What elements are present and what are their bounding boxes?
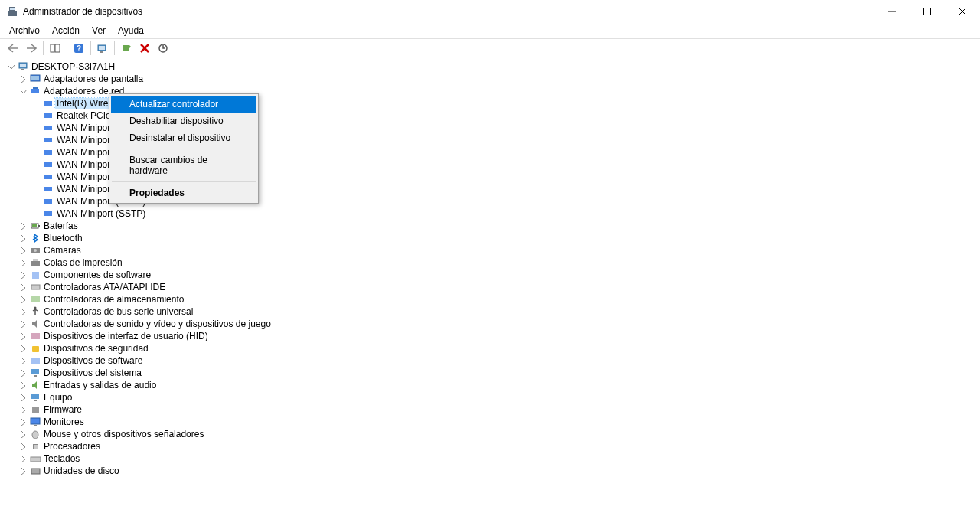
expand-icon[interactable]: [18, 429, 28, 439]
expand-icon[interactable]: [18, 393, 28, 403]
toolbar-forward-button[interactable]: [23, 40, 40, 57]
storage-icon: [30, 293, 42, 305]
svg-rect-22: [31, 76, 39, 80]
tree-category-usb[interactable]: Controladoras de bus serie universal: [18, 305, 974, 318]
tree-category-print-queues[interactable]: Colas de impresión: [18, 256, 974, 269]
tree-label: Controladoras de sonido y vídeo y dispos…: [42, 318, 273, 329]
network-device-icon: [43, 134, 55, 146]
collapse-icon[interactable]: [6, 62, 16, 72]
tree-category-software-components[interactable]: Componentes de software: [18, 269, 974, 281]
expand-icon[interactable]: [18, 380, 28, 390]
keyboard-icon: [30, 452, 42, 465]
tree-category-sound[interactable]: Controladoras de sonido y vídeo y dispos…: [18, 318, 974, 330]
audio-io-icon: [30, 379, 42, 391]
expand-icon[interactable]: [18, 282, 28, 292]
context-menu-properties[interactable]: Propiedades: [111, 185, 256, 201]
toolbar-back-button[interactable]: [5, 40, 21, 57]
tree-category-audio-io[interactable]: Entradas y salidas de audio: [18, 379, 974, 391]
menu-file[interactable]: Archivo: [3, 24, 46, 38]
svg-rect-59: [31, 457, 41, 462]
context-menu-update-driver[interactable]: Actualizar controlador: [111, 96, 256, 113]
toolbar-show-hide-button[interactable]: [47, 40, 64, 57]
toolbar-disable-button[interactable]: [136, 40, 153, 57]
expand-icon[interactable]: [18, 356, 28, 366]
tree-category-system[interactable]: Dispositivos del sistema: [18, 367, 974, 379]
menu-help[interactable]: Ayuda: [112, 24, 150, 38]
expand-icon[interactable]: [18, 319, 28, 329]
network-device-icon: [43, 158, 55, 171]
menu-action[interactable]: Acción: [46, 24, 86, 38]
tree-category-hid[interactable]: Dispositivos de interfaz de usuario (HID…: [18, 330, 974, 342]
svg-rect-2: [10, 8, 15, 10]
tree-category-display-adapters[interactable]: Adaptadores de pantalla: [18, 73, 974, 85]
context-menu-disable-device[interactable]: Deshabilitar dispositivo: [111, 113, 256, 129]
menu-bar: Archivo Acción Ver Ayuda: [0, 23, 980, 39]
expand-icon[interactable]: [18, 258, 28, 268]
tree-category-firmware[interactable]: Firmware: [18, 403, 974, 416]
expand-icon[interactable]: [18, 344, 28, 354]
minimize-button[interactable]: [874, 0, 910, 23]
expand-icon[interactable]: [18, 368, 28, 378]
svg-rect-54: [31, 418, 40, 424]
system-device-icon: [30, 367, 42, 379]
toolbar-separator: [114, 41, 115, 55]
svg-rect-28: [44, 138, 52, 142]
expand-icon[interactable]: [18, 295, 28, 305]
tree-label: Unidades de disco: [42, 465, 121, 476]
context-menu-uninstall-device[interactable]: Desinstalar el dispositivo: [111, 129, 256, 146]
svg-rect-36: [38, 225, 40, 227]
cpu-icon: [30, 440, 42, 452]
menu-view[interactable]: Ver: [86, 24, 112, 38]
tree-category-cameras[interactable]: Cámaras: [18, 244, 974, 256]
toolbar-scan-button[interactable]: [94, 40, 111, 57]
svg-rect-41: [33, 259, 38, 261]
tree-category-disk-drives[interactable]: Unidades de disco: [18, 465, 974, 477]
svg-rect-42: [32, 272, 39, 279]
expand-icon[interactable]: [18, 221, 28, 231]
toolbar-update-button[interactable]: [155, 40, 172, 57]
svg-rect-30: [44, 162, 52, 167]
expand-icon[interactable]: [18, 417, 28, 427]
tree-category-computer[interactable]: Equipo: [18, 391, 974, 403]
speaker-icon: [30, 318, 42, 330]
tree-category-ide[interactable]: Controladoras ATA/ATAPI IDE: [18, 281, 974, 293]
network-device-icon: [43, 97, 55, 109]
svg-rect-27: [44, 126, 52, 130]
expand-icon[interactable]: [18, 466, 28, 476]
tree-category-batteries[interactable]: Baterías: [18, 220, 974, 232]
expand-icon[interactable]: [18, 246, 28, 256]
computer-icon: [18, 60, 30, 73]
expand-icon[interactable]: [18, 454, 28, 464]
tree-category-storage[interactable]: Controladoras de almacenamiento: [18, 293, 974, 305]
tree-label: Dispositivos de interfaz de usuario (HID…: [42, 331, 210, 341]
tree-category-processors[interactable]: Procesadores: [18, 440, 974, 452]
expand-icon[interactable]: [18, 270, 28, 280]
toolbar-enable-button[interactable]: [118, 40, 135, 57]
svg-rect-31: [44, 175, 52, 179]
expand-icon[interactable]: [18, 307, 28, 317]
toolbar-help-button[interactable]: ?: [70, 40, 87, 57]
tree-label: Bluetooth: [42, 233, 84, 243]
context-menu-scan-hardware[interactable]: Buscar cambios de hardware: [111, 152, 256, 179]
maximize-button[interactable]: [910, 0, 945, 23]
tree-category-security[interactable]: Dispositivos de seguridad: [18, 342, 974, 354]
tree-category-monitors[interactable]: Monitores: [18, 416, 974, 428]
svg-rect-4: [924, 8, 931, 15]
close-button[interactable]: [945, 0, 980, 23]
expand-icon[interactable]: [18, 234, 28, 243]
device-tree[interactable]: DESKTOP-S3I7A1H Adaptadores de pantalla …: [0, 57, 980, 516]
tree-category-keyboards[interactable]: Teclados: [18, 452, 974, 465]
tree-category-software-devices[interactable]: Dispositivos de software: [18, 354, 974, 367]
expand-icon[interactable]: [18, 74, 28, 84]
expand-icon[interactable]: [18, 331, 28, 341]
collapse-icon[interactable]: [18, 87, 28, 96]
tree-device-wan-miniport-sstp[interactable]: WAN Miniport (SSTP): [43, 207, 974, 220]
tree-category-mice[interactable]: Mouse y otros dispositivos señaladores: [18, 428, 974, 440]
expand-icon[interactable]: [18, 442, 28, 452]
computer-icon: [30, 391, 42, 403]
tree-root[interactable]: DESKTOP-S3I7A1H: [6, 60, 974, 73]
svg-rect-58: [34, 445, 38, 449]
title-bar: Administrador de dispositivos: [0, 0, 980, 23]
tree-category-bluetooth[interactable]: Bluetooth: [18, 232, 974, 244]
expand-icon[interactable]: [18, 405, 28, 415]
